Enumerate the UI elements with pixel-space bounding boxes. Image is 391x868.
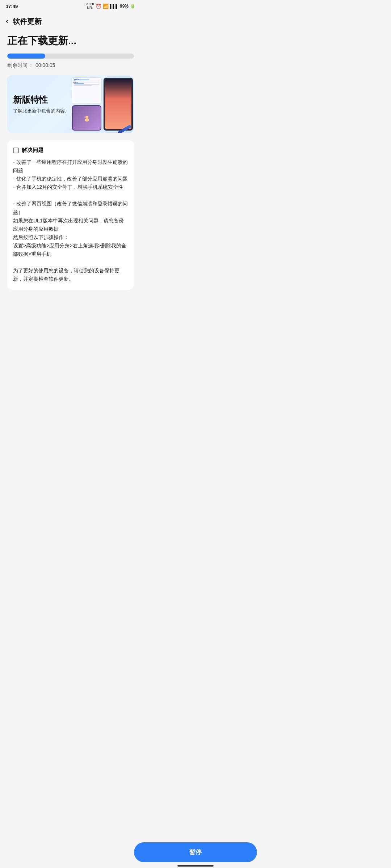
status-speed: 29.20 M/S [86,3,94,10]
remaining-time-row: 剩余时间： 00:00:05 [7,62,134,69]
signal-icon: ▌▌▌ [110,4,118,8]
download-heading: 正在下载更新... [7,34,134,48]
main-content: 正在下载更新... 剩余时间： 00:00:05 新版特性 了解此更新中包含的内… [0,30,141,326]
focus-on-label: Focus on what matters [73,78,79,84]
checkbox-label: 解决问题 [22,147,43,154]
back-button[interactable]: ‹ [4,15,10,27]
checkbox-row: 解决问题 [13,147,128,154]
battery-text: 99% [120,4,129,9]
page-header: ‹ 软件更新 [0,12,141,30]
changelog-text: - 改善了一些应用程序在打开应用分身时发生崩溃的问题 - 优化了手机的稳定性，改… [13,158,128,283]
alarm-icon: ⏰ [96,4,101,9]
flip-face-avatar [83,114,91,122]
phone-tall-mockup [103,77,133,131]
remaining-label: 剩余时间： [7,62,33,68]
status-time: 17:49 [6,4,18,9]
banner-devices: Focus on what matters [70,75,134,133]
page-title: 软件更新 [13,17,42,26]
feature-banner: 新版特性 了解此更新中包含的内容。 Focus on what matters [7,75,134,133]
status-right-group: 29.20 M/S ⏰ 📶 ▌▌▌ 99% 🔋 [86,3,135,10]
banner-text-block: 新版特性 了解此更新中包含的内容。 [13,94,76,114]
banner-title: 新版特性 [13,94,76,106]
changelog-section: 解决问题 - 改善了一些应用程序在打开应用分身时发生崩溃的问题 - 优化了手机的… [7,140,134,290]
progress-bar-container [7,54,134,59]
progress-bar-fill [7,54,45,59]
phone-tall-screen [105,79,131,129]
device-grid: Focus on what matters [70,75,134,133]
banner-subtitle: 了解此更新中包含的内容。 [13,108,76,114]
remaining-value: 00:00:05 [35,62,55,68]
phone-flip-screen [73,106,101,130]
tablet-line-6 [74,85,92,86]
status-bar: 17:49 29.20 M/S ⏰ 📶 ▌▌▌ 99% 🔋 [0,0,141,12]
battery-icon: 🔋 [130,4,135,9]
wifi-icon: 📶 [103,4,109,9]
tablet-line-5 [74,84,100,85]
resolve-checkbox[interactable] [13,148,19,153]
